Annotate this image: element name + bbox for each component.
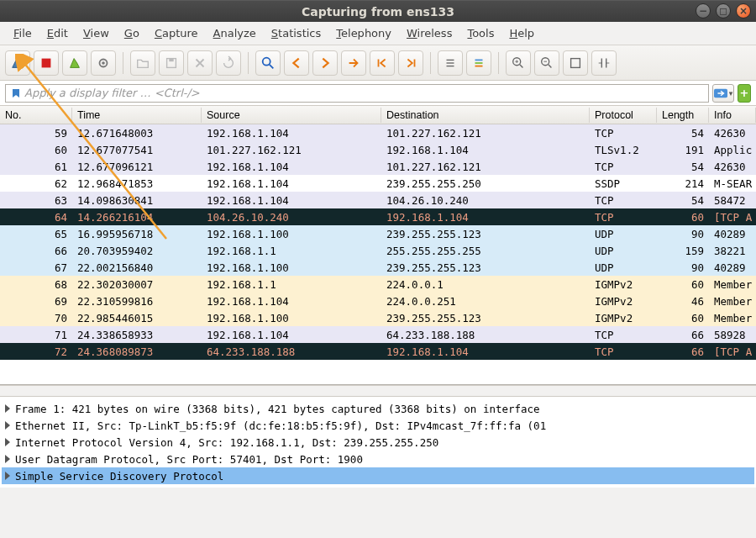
col-header-no[interactable]: No. (0, 108, 72, 123)
filter-expression-button[interactable]: ▾ (712, 84, 734, 103)
menu-statistics[interactable]: Statistics (265, 24, 328, 43)
filter-placeholder: Apply a display filter … <Ctrl-/> (24, 87, 200, 99)
svg-line-16 (520, 64, 523, 67)
packet-list-header[interactable]: No. Time Source Destination Protocol Len… (0, 106, 756, 124)
display-filter-input[interactable]: Apply a display filter … <Ctrl-/> (5, 84, 709, 103)
gear-icon (96, 55, 111, 71)
packet-row[interactable]: 6722.002156840192.168.1.100239.255.255.1… (0, 259, 756, 276)
svg-line-6 (270, 64, 274, 68)
arrow-right-box-icon (714, 88, 727, 98)
go-to-packet-button[interactable] (341, 50, 366, 76)
menu-telephony[interactable]: Telephony (329, 24, 398, 43)
packet-row[interactable]: 6516.995956718192.168.1.100239.255.255.1… (0, 225, 756, 242)
menu-capture[interactable]: Capture (148, 24, 205, 43)
menu-wireless[interactable]: Wireless (400, 24, 459, 43)
bookmark-icon (11, 88, 21, 98)
packet-row[interactable]: 6922.310599816192.168.1.104224.0.0.251IG… (0, 293, 756, 309)
packet-row[interactable]: 7124.338658933192.168.1.10464.233.188.18… (0, 326, 756, 343)
minimize-button[interactable]: − (696, 3, 711, 18)
col-header-destination[interactable]: Destination (381, 108, 590, 123)
col-header-info[interactable]: Info (709, 108, 756, 123)
zoom-reset-icon (568, 55, 583, 71)
menu-file[interactable]: File (7, 24, 39, 43)
packet-row[interactable]: 7022.985446015192.168.1.100239.255.255.1… (0, 309, 756, 326)
packet-row[interactable]: 6012.677077541101.227.162.121192.168.1.1… (0, 141, 756, 158)
menu-view[interactable]: View (76, 24, 116, 43)
expand-triangle-icon[interactable] (5, 421, 10, 430)
col-header-protocol[interactable]: Protocol (590, 108, 657, 123)
go-forward-button[interactable] (312, 50, 338, 76)
separator (248, 52, 249, 74)
filter-bar: Apply a display filter … <Ctrl-/> ▾ + (0, 81, 756, 106)
packet-row[interactable]: 6414.266216104104.26.10.240192.168.1.104… (0, 208, 756, 225)
filter-add-button[interactable]: + (738, 84, 751, 103)
pane-splitter[interactable] (0, 385, 756, 397)
detail-row[interactable]: User Datagram Protocol, Src Port: 57401,… (2, 451, 754, 467)
packet-row[interactable]: 6314.098630841192.168.1.104104.26.10.240… (0, 192, 756, 208)
autoscroll-icon (443, 55, 458, 71)
restart-icon (67, 55, 82, 71)
first-icon (375, 55, 390, 71)
reload-button[interactable] (216, 50, 241, 76)
resize-columns-button[interactable] (591, 50, 617, 76)
col-header-length[interactable]: Length (657, 108, 709, 123)
packet-row[interactable]: 7224.36808987364.233.188.188192.168.1.10… (0, 343, 756, 360)
colorize-button[interactable] (466, 50, 491, 76)
svg-rect-0 (42, 58, 51, 67)
zoom-out-icon (539, 55, 554, 71)
packet-list-body[interactable]: 5912.671648003192.168.1.104101.227.162.1… (0, 124, 756, 360)
packet-row[interactable]: 6822.302030007192.168.1.1224.0.0.1IGMPv2… (0, 276, 756, 293)
expand-triangle-icon[interactable] (5, 438, 10, 446)
close-button[interactable]: × (736, 3, 751, 18)
toolbar (0, 45, 756, 81)
svg-rect-22 (571, 58, 580, 67)
capture-options-button[interactable] (91, 50, 116, 76)
auto-scroll-button[interactable] (438, 50, 463, 76)
expand-triangle-icon[interactable] (5, 472, 10, 480)
zoom-reset-button[interactable] (563, 50, 588, 76)
zoom-out-button[interactable] (534, 50, 559, 76)
find-button[interactable] (255, 50, 281, 76)
expand-triangle-icon[interactable] (5, 404, 10, 413)
detail-row[interactable]: Simple Service Discovery Protocol (2, 467, 754, 484)
folder-icon (135, 55, 150, 71)
close-file-button[interactable] (187, 50, 213, 76)
zoom-in-button[interactable] (506, 50, 531, 76)
open-file-button[interactable] (130, 50, 155, 76)
save-file-button[interactable] (159, 50, 184, 76)
menu-tools[interactable]: Tools (460, 24, 501, 43)
window-controls: − ◻ × (696, 3, 751, 18)
restart-capture-button[interactable] (62, 50, 87, 76)
col-header-source[interactable]: Source (202, 108, 381, 123)
menu-analyze[interactable]: Analyze (207, 24, 263, 43)
svg-point-2 (102, 61, 105, 65)
packet-row[interactable]: 5912.671648003192.168.1.104101.227.162.1… (0, 124, 756, 141)
detail-row[interactable]: Frame 1: 421 bytes on wire (3368 bits), … (2, 400, 754, 417)
separator (498, 52, 499, 74)
detail-row[interactable]: Ethernet II, Src: Tp-LinkT_b5:f5:9f (dc:… (2, 417, 754, 434)
go-first-button[interactable] (370, 50, 395, 76)
packet-row[interactable]: 6212.968471853192.168.1.104239.255.255.2… (0, 175, 756, 192)
start-capture-button[interactable] (5, 50, 30, 76)
detail-row[interactable]: Internet Protocol Version 4, Src: 192.16… (2, 434, 754, 451)
go-last-button[interactable] (398, 50, 423, 76)
menubar: File Edit View Go Capture Analyze Statis… (0, 22, 756, 45)
stop-capture-button[interactable] (34, 50, 59, 76)
chevron-right-icon (318, 55, 333, 71)
packet-row[interactable]: 6620.703959402192.168.1.1255.255.255.255… (0, 242, 756, 259)
maximize-button[interactable]: ◻ (716, 3, 731, 18)
expand-triangle-icon[interactable] (5, 455, 10, 463)
svg-point-5 (263, 57, 270, 65)
go-back-button[interactable] (284, 50, 309, 76)
titlebar: Capturing from ens133 − ◻ × (0, 0, 756, 22)
col-header-time[interactable]: Time (72, 108, 202, 123)
packet-row[interactable]: 6112.677096121192.168.1.104101.227.162.1… (0, 158, 756, 175)
menu-go[interactable]: Go (118, 24, 146, 43)
resize-columns-icon (596, 55, 612, 71)
separator (430, 52, 431, 74)
menu-help[interactable]: Help (502, 24, 541, 43)
reload-icon (221, 55, 236, 71)
packet-details-pane[interactable]: Frame 1: 421 bytes on wire (3368 bits), … (0, 397, 756, 488)
packet-list-pane: No. Time Source Destination Protocol Len… (0, 106, 756, 385)
menu-edit[interactable]: Edit (40, 24, 75, 43)
